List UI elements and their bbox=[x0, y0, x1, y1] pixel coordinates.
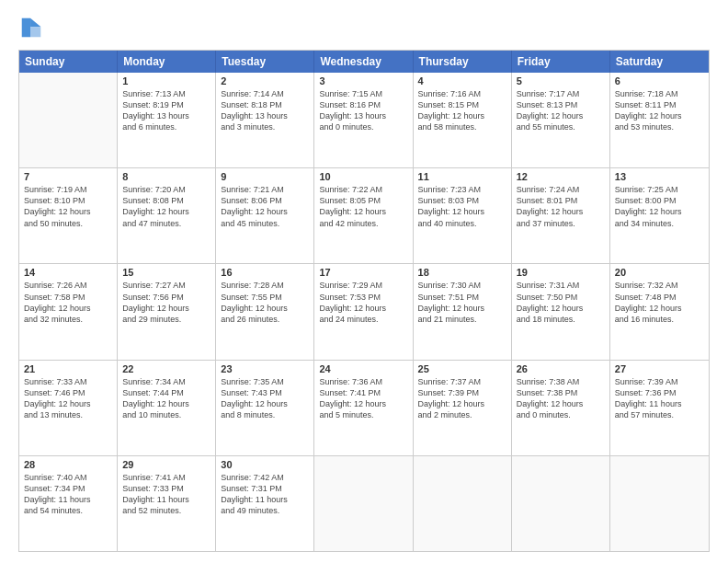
day-number: 5 bbox=[517, 75, 605, 86]
cal-cell: 23Sunrise: 7:35 AMSunset: 7:43 PMDayligh… bbox=[216, 361, 314, 455]
sunrise-text: Sunrise: 7:23 AM bbox=[418, 184, 506, 195]
daylight-continuation: and 16 minutes. bbox=[615, 314, 704, 325]
calendar-body: 1Sunrise: 7:13 AMSunset: 8:19 PMDaylight… bbox=[19, 73, 709, 551]
day-number: 8 bbox=[122, 171, 210, 182]
cal-cell: 18Sunrise: 7:30 AMSunset: 7:51 PMDayligh… bbox=[414, 264, 512, 359]
daylight-continuation: and 0 minutes. bbox=[517, 409, 605, 420]
cal-cell: 17Sunrise: 7:29 AMSunset: 7:53 PMDayligh… bbox=[314, 264, 413, 359]
sunset-text: Sunset: 7:31 PM bbox=[221, 483, 309, 494]
cal-cell: 26Sunrise: 7:38 AMSunset: 7:38 PMDayligh… bbox=[512, 361, 610, 455]
cal-cell: 25Sunrise: 7:37 AMSunset: 7:39 PMDayligh… bbox=[414, 361, 512, 455]
sunrise-text: Sunrise: 7:14 AM bbox=[221, 88, 309, 99]
sunset-text: Sunset: 7:50 PM bbox=[517, 292, 605, 303]
sunrise-text: Sunrise: 7:39 AM bbox=[615, 376, 704, 387]
cal-cell: 9Sunrise: 7:21 AMSunset: 8:06 PMDaylight… bbox=[216, 168, 314, 263]
day-number: 20 bbox=[615, 267, 704, 278]
sunrise-text: Sunrise: 7:27 AM bbox=[122, 280, 210, 291]
daylight-label: Daylight: 12 hours bbox=[517, 110, 605, 121]
cal-cell: 3Sunrise: 7:15 AMSunset: 8:16 PMDaylight… bbox=[314, 73, 413, 167]
daylight-continuation: and 10 minutes. bbox=[122, 409, 210, 420]
header-cell-thursday: Thursday bbox=[414, 51, 512, 73]
sunset-text: Sunset: 7:36 PM bbox=[615, 387, 704, 398]
daylight-label: Daylight: 12 hours bbox=[418, 110, 506, 121]
sunset-text: Sunset: 7:51 PM bbox=[418, 292, 506, 303]
sunset-text: Sunset: 7:34 PM bbox=[24, 483, 112, 494]
sunrise-text: Sunrise: 7:33 AM bbox=[24, 376, 112, 387]
sunrise-text: Sunrise: 7:19 AM bbox=[24, 184, 112, 195]
sunrise-text: Sunrise: 7:42 AM bbox=[221, 472, 309, 483]
sunrise-text: Sunrise: 7:15 AM bbox=[319, 88, 407, 99]
daylight-continuation: and 8 minutes. bbox=[221, 409, 309, 420]
sunrise-text: Sunrise: 7:29 AM bbox=[319, 280, 407, 291]
day-number: 2 bbox=[221, 75, 309, 86]
cal-cell: 7Sunrise: 7:19 AMSunset: 8:10 PMDaylight… bbox=[19, 168, 118, 263]
daylight-label: Daylight: 12 hours bbox=[319, 206, 407, 217]
sunset-text: Sunset: 8:10 PM bbox=[24, 195, 112, 206]
day-number: 18 bbox=[418, 267, 506, 278]
daylight-label: Daylight: 12 hours bbox=[122, 303, 210, 314]
daylight-continuation: and 0 minutes. bbox=[319, 121, 407, 132]
logo bbox=[18, 15, 48, 40]
daylight-continuation: and 32 minutes. bbox=[24, 314, 112, 325]
sunset-text: Sunset: 8:15 PM bbox=[418, 99, 506, 110]
day-number: 11 bbox=[418, 171, 506, 182]
header bbox=[18, 15, 710, 40]
cal-cell: 30Sunrise: 7:42 AMSunset: 7:31 PMDayligh… bbox=[216, 456, 314, 551]
daylight-label: Daylight: 12 hours bbox=[615, 206, 704, 217]
daylight-continuation: and 53 minutes. bbox=[615, 121, 704, 132]
daylight-label: Daylight: 11 hours bbox=[615, 398, 704, 409]
cal-cell: 11Sunrise: 7:23 AMSunset: 8:03 PMDayligh… bbox=[414, 168, 512, 263]
cal-cell bbox=[414, 456, 512, 551]
daylight-continuation: and 55 minutes. bbox=[517, 121, 605, 132]
daylight-label: Daylight: 13 hours bbox=[319, 110, 407, 121]
cal-cell: 16Sunrise: 7:28 AMSunset: 7:55 PMDayligh… bbox=[216, 264, 314, 359]
day-number: 13 bbox=[615, 171, 704, 182]
daylight-continuation: and 6 minutes. bbox=[122, 121, 210, 132]
day-number: 15 bbox=[122, 267, 210, 278]
daylight-continuation: and 18 minutes. bbox=[517, 314, 605, 325]
day-number: 6 bbox=[615, 75, 704, 86]
daylight-continuation: and 58 minutes. bbox=[418, 121, 506, 132]
header-cell-monday: Monday bbox=[118, 51, 216, 73]
header-cell-saturday: Saturday bbox=[610, 51, 709, 73]
sunset-text: Sunset: 7:56 PM bbox=[122, 292, 210, 303]
day-number: 3 bbox=[319, 75, 407, 86]
sunset-text: Sunset: 7:46 PM bbox=[24, 387, 112, 398]
page: SundayMondayTuesdayWednesdayThursdayFrid… bbox=[0, 0, 728, 563]
sunset-text: Sunset: 8:16 PM bbox=[319, 99, 407, 110]
sunset-text: Sunset: 7:38 PM bbox=[517, 387, 605, 398]
daylight-continuation: and 54 minutes. bbox=[24, 505, 112, 516]
day-number: 19 bbox=[517, 267, 605, 278]
sunrise-text: Sunrise: 7:31 AM bbox=[517, 280, 605, 291]
daylight-continuation: and 42 minutes. bbox=[319, 218, 407, 229]
day-number: 29 bbox=[122, 459, 210, 470]
cal-cell: 10Sunrise: 7:22 AMSunset: 8:05 PMDayligh… bbox=[314, 168, 413, 263]
sunrise-text: Sunrise: 7:18 AM bbox=[615, 88, 704, 99]
daylight-continuation: and 21 minutes. bbox=[418, 314, 506, 325]
sunset-text: Sunset: 7:44 PM bbox=[122, 387, 210, 398]
day-number: 1 bbox=[122, 75, 210, 86]
day-number: 14 bbox=[24, 267, 112, 278]
cal-row-1: 7Sunrise: 7:19 AMSunset: 8:10 PMDaylight… bbox=[19, 167, 709, 263]
daylight-label: Daylight: 12 hours bbox=[615, 110, 704, 121]
cal-cell: 24Sunrise: 7:36 AMSunset: 7:41 PMDayligh… bbox=[314, 361, 413, 455]
daylight-label: Daylight: 12 hours bbox=[319, 398, 407, 409]
daylight-continuation: and 34 minutes. bbox=[615, 218, 704, 229]
day-number: 23 bbox=[221, 363, 309, 374]
cal-cell: 2Sunrise: 7:14 AMSunset: 8:18 PMDaylight… bbox=[216, 73, 314, 167]
sunset-text: Sunset: 7:43 PM bbox=[221, 387, 309, 398]
daylight-label: Daylight: 11 hours bbox=[122, 494, 210, 505]
sunrise-text: Sunrise: 7:38 AM bbox=[517, 376, 605, 387]
daylight-continuation: and 24 minutes. bbox=[319, 314, 407, 325]
calendar-header-row: SundayMondayTuesdayWednesdayThursdayFrid… bbox=[19, 51, 709, 73]
sunrise-text: Sunrise: 7:35 AM bbox=[221, 376, 309, 387]
day-number: 17 bbox=[319, 267, 407, 278]
daylight-continuation: and 45 minutes. bbox=[221, 218, 309, 229]
daylight-label: Daylight: 12 hours bbox=[221, 303, 309, 314]
daylight-label: Daylight: 12 hours bbox=[517, 206, 605, 217]
logo-icon bbox=[18, 15, 44, 40]
svg-rect-2 bbox=[22, 18, 30, 38]
daylight-continuation: and 29 minutes. bbox=[122, 314, 210, 325]
sunrise-text: Sunrise: 7:13 AM bbox=[122, 88, 210, 99]
cal-cell: 27Sunrise: 7:39 AMSunset: 7:36 PMDayligh… bbox=[610, 361, 709, 455]
